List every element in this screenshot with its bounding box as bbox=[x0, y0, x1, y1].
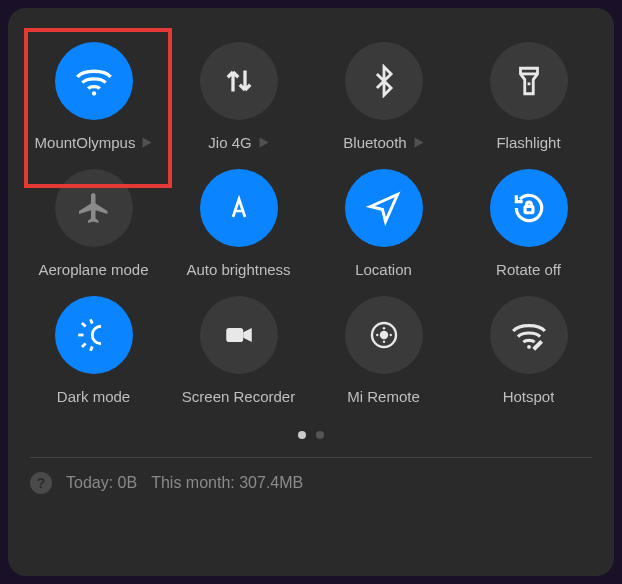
data-today-value: 0B bbox=[118, 474, 138, 491]
tile-bluetooth-label: Bluetooth bbox=[343, 134, 406, 151]
svg-point-11 bbox=[381, 332, 387, 338]
hotspot-icon bbox=[490, 296, 568, 374]
svg-rect-9 bbox=[226, 328, 243, 342]
tile-rotate[interactable]: Rotate off bbox=[461, 165, 596, 282]
page-dot-0[interactable] bbox=[298, 431, 306, 439]
tile-hotspot-label: Hotspot bbox=[503, 388, 555, 405]
tile-auto-brightness[interactable]: Auto brightness bbox=[171, 165, 306, 282]
wifi-icon bbox=[55, 42, 133, 120]
tile-mobile-data[interactable]: Jio 4G bbox=[171, 38, 306, 155]
svg-point-16 bbox=[527, 345, 531, 349]
tile-auto-brightness-label: Auto brightness bbox=[186, 261, 290, 278]
data-arrows-icon bbox=[200, 42, 278, 120]
tile-mi-remote[interactable]: Mi Remote bbox=[316, 292, 451, 409]
data-month-label: This month: bbox=[151, 474, 235, 491]
expand-icon bbox=[143, 138, 152, 148]
tile-location-label: Location bbox=[355, 261, 412, 278]
svg-line-8 bbox=[90, 346, 92, 350]
video-camera-icon bbox=[200, 296, 278, 374]
svg-point-14 bbox=[376, 334, 378, 336]
rotate-lock-icon bbox=[490, 169, 568, 247]
tile-wifi-label: MountOlympus bbox=[35, 134, 136, 151]
data-today-label: Today: bbox=[66, 474, 113, 491]
pagination-dots[interactable] bbox=[20, 431, 602, 439]
location-icon bbox=[345, 169, 423, 247]
svg-point-0 bbox=[91, 91, 95, 95]
tile-mi-remote-label: Mi Remote bbox=[347, 388, 420, 405]
svg-rect-3 bbox=[525, 206, 533, 212]
svg-line-17 bbox=[533, 341, 541, 349]
svg-line-7 bbox=[90, 319, 92, 323]
auto-brightness-icon bbox=[200, 169, 278, 247]
tile-dark-mode-label: Dark mode bbox=[57, 388, 130, 405]
data-month-value: 307.4MB bbox=[239, 474, 303, 491]
tile-wifi[interactable]: MountOlympus bbox=[26, 38, 161, 155]
expand-icon bbox=[259, 138, 268, 148]
tile-bluetooth[interactable]: Bluetooth bbox=[316, 38, 451, 155]
tile-hotspot[interactable]: Hotspot bbox=[461, 292, 596, 409]
bluetooth-icon bbox=[345, 42, 423, 120]
airplane-icon bbox=[55, 169, 133, 247]
tile-rotate-label: Rotate off bbox=[496, 261, 561, 278]
flashlight-icon bbox=[490, 42, 568, 120]
tile-aeroplane[interactable]: Aeroplane mode bbox=[26, 165, 161, 282]
tile-screen-recorder-label: Screen Recorder bbox=[182, 388, 295, 405]
svg-point-13 bbox=[382, 341, 384, 343]
tile-aeroplane-label: Aeroplane mode bbox=[38, 261, 148, 278]
data-usage-row[interactable]: ? Today: 0B This month: 307.4MB bbox=[20, 458, 602, 494]
remote-icon bbox=[345, 296, 423, 374]
tile-flashlight[interactable]: Flashlight bbox=[461, 38, 596, 155]
tile-dark-mode[interactable]: Dark mode bbox=[26, 292, 161, 409]
tile-flashlight-label: Flashlight bbox=[496, 134, 560, 151]
svg-point-15 bbox=[389, 334, 391, 336]
svg-line-6 bbox=[81, 343, 85, 347]
quick-settings-panel: MountOlympus Jio 4G bbox=[8, 8, 614, 576]
svg-line-5 bbox=[81, 323, 85, 327]
tile-mobile-data-label: Jio 4G bbox=[208, 134, 251, 151]
expand-icon bbox=[414, 138, 423, 148]
page-dot-1[interactable] bbox=[316, 431, 324, 439]
tile-location[interactable]: Location bbox=[316, 165, 451, 282]
tiles-grid: MountOlympus Jio 4G bbox=[20, 28, 602, 409]
dark-mode-icon bbox=[55, 296, 133, 374]
tile-screen-recorder[interactable]: Screen Recorder bbox=[171, 292, 306, 409]
info-badge-icon: ? bbox=[30, 472, 52, 494]
svg-point-12 bbox=[382, 327, 384, 329]
